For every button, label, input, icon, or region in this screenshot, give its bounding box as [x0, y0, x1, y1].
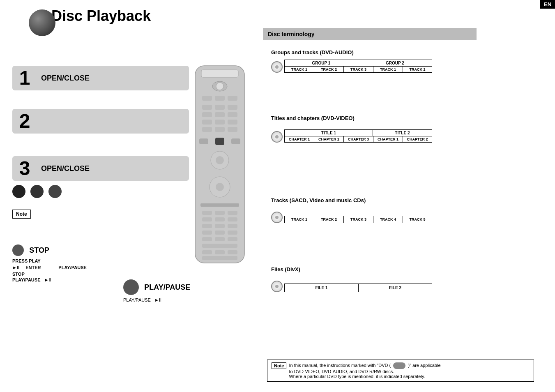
- play-pause-word: PLAY/PAUSE: [58, 265, 86, 270]
- step3-label: OPEN/CLOSE: [41, 164, 90, 173]
- stop-section: STOP PRESS PLAY ►II ENTER PLAY/PAUSE STO…: [12, 244, 87, 282]
- operation-sidebar: OPERATION: [540, 0, 555, 392]
- svg-rect-9: [228, 105, 237, 110]
- chapter1: CHAPTER 1: [285, 136, 314, 142]
- title-area: Disc Playback: [29, 7, 151, 25]
- section2-diagram: TITLE 1 TITLE 2 CHAPTER 1 CHAPTER 2 CHAP…: [271, 129, 432, 143]
- stop-detail-3: STOP: [12, 272, 87, 277]
- stop-label: STOP: [29, 246, 49, 254]
- note-bottom: Note In this manual, the instructions ma…: [267, 360, 534, 382]
- svg-rect-29: [228, 211, 237, 215]
- track5: TRACK 2: [403, 67, 432, 72]
- track3: TRACK 3: [344, 67, 373, 72]
- sacd-track2: TRACK 2: [314, 216, 344, 223]
- svg-rect-26: [200, 203, 239, 207]
- svg-rect-15: [228, 120, 237, 125]
- svg-rect-19: [199, 138, 208, 144]
- track4: TRACK 1: [373, 67, 403, 72]
- svg-rect-43: [202, 250, 212, 254]
- section3: Tracks (SACD, Video and music CDs) TRACK…: [271, 197, 432, 223]
- stop-detail: PRESS PLAY: [12, 258, 87, 263]
- section1-diagram: GROUP 1 GROUP 2 TRACK 1 TRACK 2 TRACK 3 …: [271, 60, 432, 73]
- svg-rect-7: [202, 105, 212, 110]
- chapter4: CHAPTER 1: [373, 136, 403, 142]
- disc-icon-3: [271, 212, 283, 223]
- enter-label: ENTER: [25, 265, 41, 270]
- svg-rect-20: [215, 138, 224, 145]
- left-panel: Disc Playback 1 OPEN/CLOSE 2 3 OPEN/CLOS…: [0, 0, 263, 392]
- note-bottom-text: In this manual, the instructions marked …: [289, 362, 440, 379]
- circle-2: [30, 185, 44, 198]
- play-pause-section: PLAY/PAUSE PLAY/PAUSE ►II: [123, 279, 190, 302]
- titles-chapters-table: TITLE 1 TITLE 2 CHAPTER 1 CHAPTER 2 CHAP…: [284, 129, 432, 143]
- svg-rect-14: [215, 120, 225, 125]
- svg-rect-8: [215, 105, 225, 110]
- track2: TRACK 2: [314, 67, 344, 72]
- section4-diagram: FILE 1 FILE 2: [271, 281, 432, 292]
- svg-rect-27: [202, 211, 212, 215]
- circle-1: [12, 185, 25, 198]
- remote-control: [193, 64, 246, 266]
- groups-tracks-table: GROUP 1 GROUP 2 TRACK 1 TRACK 2 TRACK 3 …: [284, 60, 432, 73]
- right-panel: EN OPERATION Disc terminology Groups and…: [263, 0, 555, 392]
- step1-box: 1 OPEN/CLOSE: [12, 66, 189, 90]
- section1: Groups and tracks (DVD-AUDIO) GROUP 1 GR…: [271, 49, 432, 73]
- note-line2: to DVD-VIDEO, DVD-AUDIO, and DVD-R/RW di…: [289, 369, 440, 374]
- svg-rect-46: [202, 256, 237, 260]
- disc-icon-2: [271, 131, 283, 143]
- svg-rect-35: [228, 224, 237, 228]
- step2-box: 2: [12, 109, 189, 134]
- svg-rect-31: [215, 217, 225, 221]
- files-table: FILE 1 FILE 2: [284, 284, 432, 292]
- group2-header: GROUP 2: [358, 60, 432, 66]
- step3-number: 3: [12, 159, 37, 178]
- section3-diagram: TRACK 1 TRACK 2 TRACK 3 TRACK 4 TRACK 5: [271, 212, 432, 223]
- section3-subtitle: Tracks (SACD, Video and music CDs): [271, 197, 432, 203]
- track1: TRACK 1: [285, 67, 314, 72]
- svg-rect-21: [231, 138, 240, 144]
- step3-box: 3 OPEN/CLOSE: [12, 156, 189, 181]
- svg-rect-17: [215, 127, 225, 132]
- play-circle: [123, 279, 139, 295]
- svg-rect-16: [202, 127, 212, 132]
- chapter2: CHAPTER 2: [314, 136, 344, 142]
- stop-word: STOP: [12, 272, 25, 277]
- svg-rect-42: [202, 244, 237, 248]
- step2-number: 2: [12, 111, 37, 131]
- section2: Titles and chapters (DVD-VIDEO) TITLE 1 …: [271, 115, 432, 143]
- tracks-table: TRACK 1 TRACK 2 TRACK 3 TRACK 4 TRACK 5: [284, 216, 432, 223]
- section2-subtitle: Titles and chapters (DVD-VIDEO): [271, 115, 432, 121]
- sacd-track1: TRACK 1: [285, 216, 314, 223]
- sacd-track5: TRACK 5: [403, 216, 432, 223]
- files-row: FILE 1 FILE 2: [285, 284, 432, 292]
- dvd-blob: [393, 362, 405, 369]
- svg-rect-12: [228, 112, 237, 117]
- disc-icon-1: [271, 61, 283, 73]
- svg-rect-5: [215, 96, 225, 101]
- play-pause-sub-label: PLAY/PAUSE: [123, 297, 151, 302]
- note-box: Note: [12, 210, 31, 219]
- group-header-row: GROUP 1 GROUP 2: [285, 60, 432, 67]
- svg-rect-33: [202, 224, 212, 228]
- sacd-track3: TRACK 3: [344, 216, 373, 223]
- step1-number: 1: [12, 68, 37, 88]
- svg-rect-41: [228, 237, 237, 241]
- disc-terminology-title: Disc terminology: [268, 31, 315, 37]
- sacd-track4: TRACK 4: [373, 216, 403, 223]
- step1-label: OPEN/CLOSE: [41, 74, 90, 83]
- svg-rect-13: [202, 120, 212, 125]
- play-pause-symbol2: ►II: [44, 277, 51, 282]
- stop-detail-4: PLAY/PAUSE ►II: [12, 277, 87, 282]
- svg-point-3: [216, 83, 223, 90]
- title2-header: TITLE 2: [373, 130, 432, 136]
- svg-rect-37: [215, 231, 225, 235]
- svg-rect-4: [202, 96, 212, 101]
- section4-subtitle: Files (DivX): [271, 266, 432, 272]
- play-pause-sub-symbol: ►II: [154, 297, 161, 302]
- chapters-row: CHAPTER 1 CHAPTER 2 CHAPTER 3 CHAPTER 1 …: [285, 136, 432, 142]
- file1: FILE 1: [285, 284, 359, 292]
- disc-icon-4: [271, 281, 283, 292]
- play-pause-symbol: ►II: [12, 265, 19, 270]
- svg-rect-18: [228, 127, 237, 132]
- svg-rect-28: [215, 211, 225, 215]
